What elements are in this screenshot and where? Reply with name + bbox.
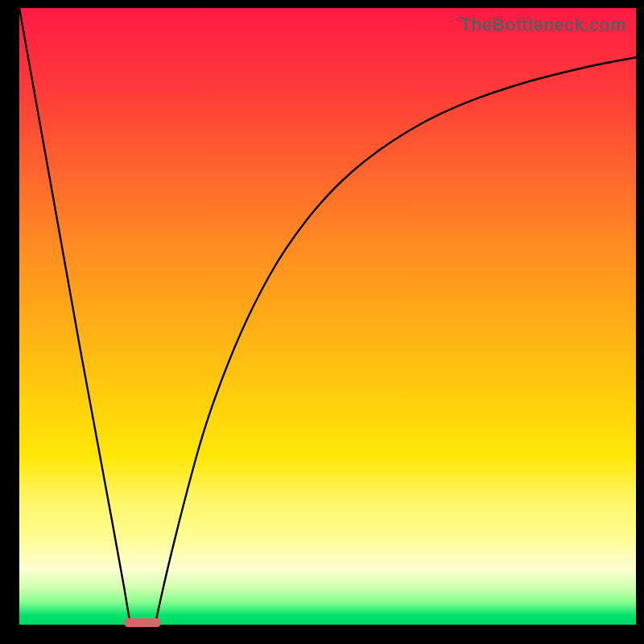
optimal-marker	[124, 618, 161, 627]
left-branch-path	[19, 8, 130, 625]
right-branch-path	[155, 57, 636, 625]
curve-layer	[19, 8, 636, 625]
chart-frame: TheBottleneck.com	[0, 0, 644, 644]
plot-area: TheBottleneck.com	[19, 8, 636, 625]
